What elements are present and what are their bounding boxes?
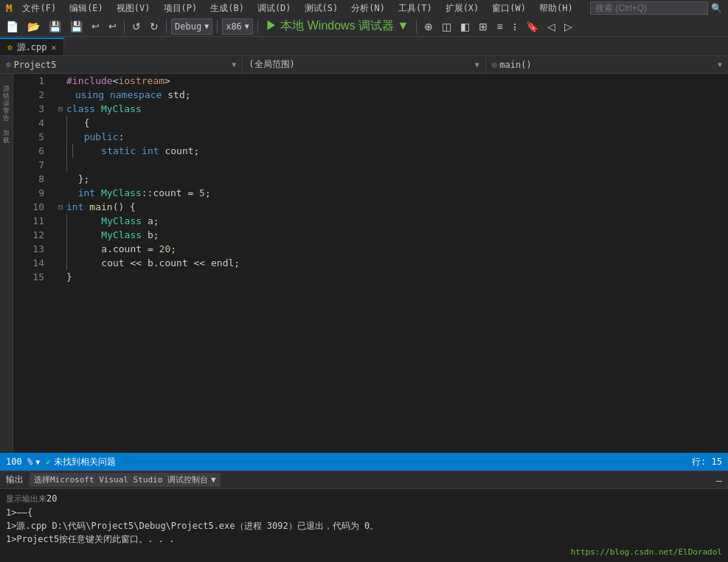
tab-close-button[interactable]: ✕ <box>52 43 57 52</box>
undo-button[interactable]: ↩ <box>89 19 103 33</box>
new-file-button[interactable]: 📄 <box>3 19 21 34</box>
menu-build[interactable]: 生成(B) <box>204 1 250 16</box>
side-icon-7[interactable]: 加 <box>1 121 12 127</box>
code-line-10: ⊟ int main() { <box>55 200 728 214</box>
code-line-5: public: <box>55 130 728 144</box>
line-num-8: 8 <box>13 172 44 186</box>
watermark-text: https://blog.csdn.net/ElDoradol <box>571 547 722 557</box>
code-token: MyClass <box>101 214 142 228</box>
line-num-9: 9 <box>13 186 44 200</box>
side-icon-1[interactable]: 源 <box>1 77 12 83</box>
code-token: MyClass <box>101 102 142 116</box>
toolbar-btn8[interactable]: ⊞ <box>476 19 490 34</box>
menu-analyze[interactable]: 分析(N) <box>345 1 391 16</box>
side-icon-4[interactable]: 警 <box>1 99 12 105</box>
code-token: () { <box>113 200 136 214</box>
code-token: : <box>119 130 125 144</box>
line-num-11: 11 <box>13 214 44 228</box>
platform-dropdown[interactable]: x86 ▼ <box>222 18 253 35</box>
toolbar-btn7[interactable]: ◧ <box>457 19 473 34</box>
code-token: using <box>75 88 104 102</box>
separator5 <box>416 20 417 33</box>
line-num-14: 14 <box>13 256 44 270</box>
vs-icon: M <box>6 2 12 14</box>
menu-extensions[interactable]: 扩展(X) <box>440 1 485 16</box>
line-num-2: 2 <box>13 88 44 102</box>
toolbar-btn9[interactable]: ≡ <box>493 19 505 34</box>
line-num-4: 4 <box>13 116 44 130</box>
code-token: static <box>101 144 136 158</box>
output-minimize-button[interactable]: — <box>716 474 722 486</box>
menu-test[interactable]: 测试(S) <box>299 1 344 16</box>
menu-project[interactable]: 项目(P) <box>158 1 204 16</box>
code-editor[interactable]: 1 2 3 4 5 6 7 8 9 10 11 12 13 14 15 <box>13 74 728 453</box>
toolbar-btn10[interactable]: ⫶ <box>509 19 520 34</box>
menu-bar[interactable]: 文件(F) 编辑(E) 视图(V) 项目(P) 生成(B) 调试(D) 测试(S… <box>16 1 578 16</box>
status-zoom[interactable]: 100 % ▼ <box>6 457 40 467</box>
side-icon-8[interactable]: 载 <box>1 128 12 134</box>
scope-nav-dropdown[interactable]: (全局范围) ▼ <box>243 56 485 73</box>
line-num-15: 15 <box>13 270 44 284</box>
side-icon-6 <box>6 114 7 119</box>
menu-tools[interactable]: 工具(T) <box>392 1 438 16</box>
fold-15 <box>55 270 66 284</box>
code-content: 1 2 3 4 5 6 7 8 9 10 11 12 13 14 15 <box>13 74 728 284</box>
save-button[interactable]: 💾 <box>46 19 64 34</box>
code-token: cout << b.count << endl; <box>78 256 240 270</box>
output-tab-label[interactable]: 输出 <box>6 473 24 486</box>
line-num-12: 12 <box>13 228 44 242</box>
code-token <box>136 144 142 158</box>
line-num-1: 1 <box>13 74 44 88</box>
debug-config-dropdown[interactable]: Debug ▼ <box>171 18 212 35</box>
search-input[interactable] <box>590 1 708 15</box>
run-debugger-button[interactable]: ▶ 本地 Windows 调试器 ▼ <box>263 17 412 35</box>
menu-file[interactable]: 文件(F) <box>16 1 62 16</box>
fold-8 <box>55 172 66 186</box>
toolbar-btn12[interactable]: ◁ <box>544 19 558 34</box>
undo3-button[interactable]: ↺ <box>129 19 144 34</box>
menu-window[interactable]: 窗口(W) <box>486 1 532 16</box>
output-selector-dropdown[interactable]: 选择Microsoft Visual Studio 调试控制台 ▼ <box>30 473 221 487</box>
save-all-button[interactable]: 💾 <box>67 19 86 34</box>
redo-button[interactable]: ↻ <box>147 19 162 34</box>
code-token <box>78 144 101 158</box>
code-line-1: #include<iostream> <box>55 74 728 88</box>
code-token <box>66 186 78 200</box>
toolbar-btn11[interactable]: 🔖 <box>523 19 541 34</box>
toolbar-btn6[interactable]: ◫ <box>439 19 454 34</box>
code-token: std; <box>162 88 190 102</box>
side-icon-5[interactable]: 告 <box>1 106 12 112</box>
attach-button[interactable]: ⊕ <box>421 19 436 34</box>
fold-1 <box>55 74 66 88</box>
toolbar-btn13[interactable]: ▷ <box>561 19 575 34</box>
menu-help[interactable]: 帮助(H) <box>533 1 579 16</box>
status-check: ✔ 未找到相关问题 <box>46 456 116 468</box>
fold-13 <box>55 242 66 256</box>
fold-10[interactable]: ⊟ <box>55 200 66 214</box>
fold-3[interactable]: ⊟ <box>55 102 66 116</box>
project-nav-dropdown[interactable]: ⚙ Project5 ▼ <box>0 56 243 73</box>
code-line-7 <box>55 158 728 172</box>
side-icon-3[interactable]: 误 <box>1 91 12 97</box>
open-button[interactable]: 📂 <box>24 19 43 34</box>
code-line-12: MyClass b; <box>55 228 728 242</box>
code-token: > <box>164 74 170 88</box>
side-icon-2[interactable]: 错 <box>1 84 12 90</box>
symbol-nav-label: main() <box>499 60 531 70</box>
undo2-button[interactable]: ↩ <box>105 19 119 33</box>
code-line-13: a.count = 20; <box>55 242 728 256</box>
symbol-nav-dropdown[interactable]: ◎ main() ▼ <box>486 56 728 73</box>
menu-edit[interactable]: 编辑(E) <box>63 1 109 16</box>
tab-source-cpp[interactable]: ⚙ 源.cpp ✕ <box>0 38 64 55</box>
symbol-nav-arrow: ▼ <box>718 60 722 69</box>
platform-arrow: ▼ <box>245 22 249 30</box>
status-left: 100 % ▼ ✔ 未找到相关问题 <box>6 456 116 468</box>
line-num-13: 13 <box>13 242 44 256</box>
code-token <box>78 228 101 242</box>
code-token: int <box>66 200 83 214</box>
project-nav-label: Project5 <box>14 60 57 70</box>
code-token <box>95 102 101 116</box>
fold-9 <box>55 186 66 200</box>
menu-debug[interactable]: 调试(D) <box>252 1 297 16</box>
menu-view[interactable]: 视图(V) <box>111 1 156 16</box>
